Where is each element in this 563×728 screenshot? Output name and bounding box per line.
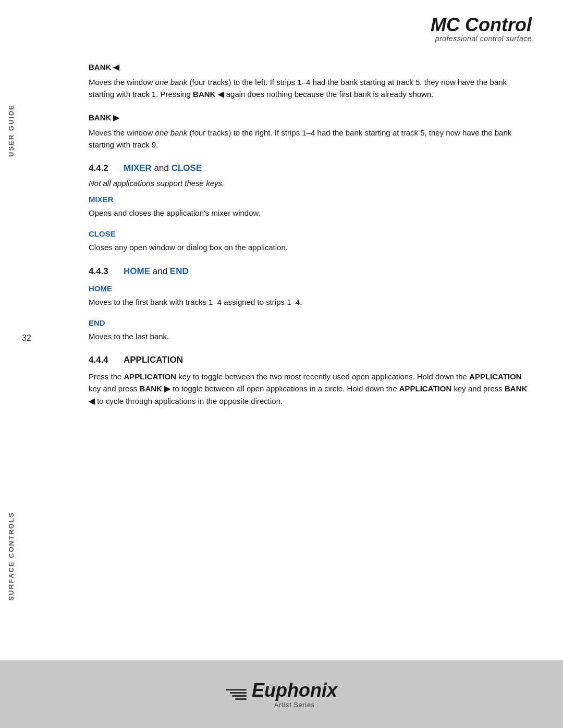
end-body: Moves to the last bank.	[89, 330, 532, 342]
section-443-number: 4.4.3	[89, 266, 117, 277]
euphonix-wordmark-group: Euphonix Artist Series	[252, 680, 337, 709]
euphonix-brand: Euphonix	[252, 680, 337, 701]
home-body: Moves to the first bank with tracks 1–4 …	[89, 296, 532, 308]
sidebar-user-guide: USER GUIDE	[0, 73, 22, 188]
bank-right-body: Moves the window one bank (four tracks) …	[89, 127, 532, 151]
euphonix-sub: Artist Series	[252, 701, 337, 709]
section-443-title: HOME and END	[124, 266, 189, 277]
bank-left-heading: BANK ◀	[89, 63, 532, 72]
section-444: 4.4.4 APPLICATION Press the APPLICATION …	[89, 355, 532, 407]
mixer-heading: MIXER	[89, 195, 532, 204]
section-443-header: 4.4.3 HOME and END	[89, 266, 532, 277]
section-442-note: Not all applications support these keys.	[89, 179, 532, 188]
bank-left-section: BANK ◀ Moves the window one bank (four t…	[89, 63, 532, 101]
euphonix-combined: Euphonix Artist Series	[226, 680, 337, 709]
mixer-body: Opens and closes the application's mixer…	[89, 207, 532, 219]
logo-title: MC Control	[431, 16, 532, 34]
footer: Euphonix Artist Series	[0, 660, 563, 728]
section-442-header: 4.4.2 MIXER and CLOSE	[89, 163, 532, 174]
close-heading: CLOSE	[89, 229, 532, 238]
bank-right-heading: BANK ▶	[89, 113, 532, 122]
section-444-header: 4.4.4 APPLICATION	[89, 355, 532, 365]
home-heading: HOME	[89, 284, 532, 293]
euphonix-line-4	[235, 698, 247, 700]
close-body: Closes any open window or dialog box on …	[89, 241, 532, 253]
euphonix-icon	[226, 689, 247, 700]
page-number: 32	[22, 334, 31, 343]
section-444-title: APPLICATION	[124, 355, 183, 365]
euphonix-line-1	[226, 689, 247, 690]
section-442: 4.4.2 MIXER and CLOSE Not all applicatio…	[89, 163, 532, 254]
bank-left-body: Moves the window one bank (four tracks) …	[89, 76, 532, 101]
section-444-number: 4.4.4	[89, 355, 117, 365]
bank-right-section: BANK ▶ Moves the window one bank (four t…	[89, 113, 532, 151]
content-area: BANK ◀ Moves the window one bank (four t…	[89, 63, 532, 419]
end-heading: END	[89, 318, 532, 327]
section-444-body: Press the APPLICATION key to toggle betw…	[89, 371, 532, 407]
section-443: 4.4.3 HOME and END HOME Moves to the fir…	[89, 266, 532, 343]
page-container: USER GUIDE SURFACE CONTROLS 32 MC Contro…	[0, 0, 563, 728]
section-442-title: MIXER and CLOSE	[124, 163, 202, 174]
logo-area: MC Control professional control surface	[431, 16, 532, 43]
sidebar-surface-controls: SURFACE CONTROLS	[0, 478, 22, 634]
euphonix-line-3	[232, 695, 247, 697]
euphonix-line-2	[230, 692, 247, 694]
logo-subtitle: professional control surface	[431, 34, 532, 43]
section-442-number: 4.4.2	[89, 163, 117, 174]
euphonix-logo: Euphonix Artist Series	[226, 680, 337, 709]
